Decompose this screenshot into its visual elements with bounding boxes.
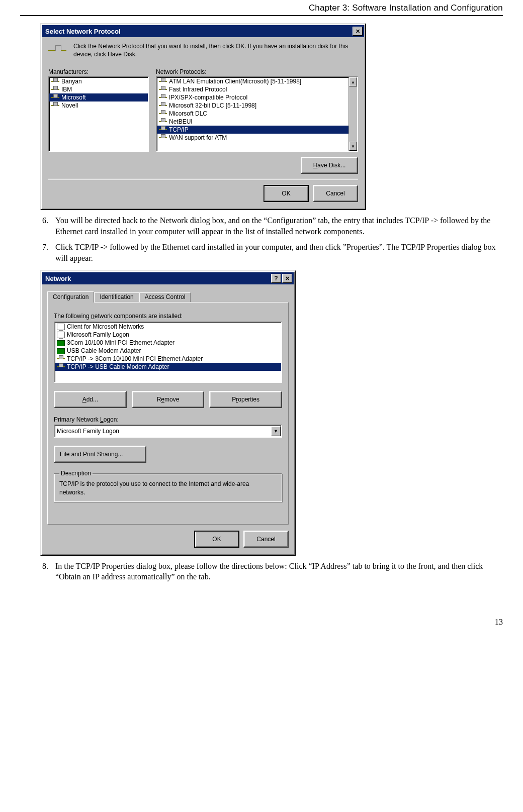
close-icon[interactable]: ✕ xyxy=(353,27,363,36)
network-dialog: Network ? ✕ Configuration Identification… xyxy=(40,270,296,555)
list-item-label: Client for Microsoft Networks xyxy=(67,323,144,330)
list-item-label: TCP/IP -> 3Com 10/100 Mini PCI Ethernet … xyxy=(67,355,203,362)
list-item-label: 3Com 10/100 Mini PCI Ethernet Adapter xyxy=(67,339,175,346)
list-item[interactable]: Microsoft Family Logon xyxy=(55,331,281,339)
protocol-icon xyxy=(51,94,59,101)
close-icon[interactable]: ✕ xyxy=(282,274,292,283)
primary-logon-dropdown[interactable]: Microsoft Family Logon ▼ xyxy=(54,425,282,438)
protocol-icon xyxy=(51,102,59,109)
manufacturers-label: Manufacturers: xyxy=(48,68,149,75)
properties-button[interactable]: Properties xyxy=(209,391,282,408)
protocol-icon xyxy=(159,78,167,85)
chapter-title: Chapter 3: Software Installation and Con… xyxy=(20,0,503,16)
list-item[interactable]: NetBEUI xyxy=(157,118,348,126)
scroll-down-icon[interactable]: ▼ xyxy=(349,142,357,151)
list-item[interactable]: TCP/IP -> 3Com 10/100 Mini PCI Ethernet … xyxy=(55,355,281,363)
protocol-icon xyxy=(159,110,167,117)
list-item[interactable]: Novell xyxy=(49,102,148,110)
list-item-label: Microsoft 32-bit DLC [5-11-1998] xyxy=(169,102,256,109)
manufacturers-listbox[interactable]: BanyanIBMMicrosoftNovell xyxy=(48,76,149,152)
protocol-icon xyxy=(57,355,65,362)
have-disk-button[interactable]: Have Disk... xyxy=(301,157,358,174)
list-item[interactable]: 3Com 10/100 Mini PCI Ethernet Adapter xyxy=(55,339,281,347)
list-item[interactable]: Microsoft xyxy=(49,93,148,102)
list-item-label: NetBEUI xyxy=(169,118,193,125)
list-item-label: TCP/IP xyxy=(169,126,189,133)
protocol-icon xyxy=(159,118,167,125)
protocol-icon xyxy=(51,78,59,85)
protocol-icon xyxy=(159,94,167,101)
scrollbar[interactable]: ▲ ▼ xyxy=(348,77,357,151)
list-item[interactable]: Fast Infrared Protocol xyxy=(157,85,348,93)
dialog1-title: Select Network Protocol xyxy=(45,28,121,35)
add-button[interactable]: Add... xyxy=(54,391,127,408)
protocol-icon xyxy=(159,126,167,133)
list-item[interactable]: IPX/SPX-compatible Protocol xyxy=(157,93,348,102)
list-item[interactable]: Micorsoft DLC xyxy=(157,110,348,118)
protocol-icon xyxy=(159,102,167,109)
protocol-icon xyxy=(48,45,66,59)
tabbar: Configuration Identification Access Cont… xyxy=(47,291,289,302)
dialog2-title: Network xyxy=(45,275,71,282)
list-item-label: Banyan xyxy=(61,78,82,85)
cancel-button[interactable]: Cancel xyxy=(313,185,358,202)
scroll-up-icon[interactable]: ▲ xyxy=(349,77,357,86)
step-8: In the TCP/IP Properties dialog box, ple… xyxy=(50,561,503,582)
page-number: 13 xyxy=(20,587,503,627)
primary-logon-value: Microsoft Family Logon xyxy=(57,428,119,435)
cancel-button[interactable]: Cancel xyxy=(243,531,289,548)
ok-button[interactable]: OK xyxy=(264,185,309,202)
monitor-icon xyxy=(57,324,65,330)
list-item[interactable]: TCP/IP -> USB Cable Modem Adapter xyxy=(55,363,281,371)
protocol-icon xyxy=(159,134,167,141)
tab-identification[interactable]: Identification xyxy=(94,292,139,302)
list-item-label: Microsoft xyxy=(61,94,86,101)
monitor-icon xyxy=(57,332,65,338)
tab-panel-configuration: The following network components are ins… xyxy=(47,302,289,524)
protocol-icon xyxy=(51,86,59,93)
dialog1-instruction: Click the Network Protocol that you want… xyxy=(73,42,358,58)
list-item-label: IPX/SPX-compatible Protocol xyxy=(169,94,247,101)
protocols-listbox[interactable]: ATM LAN Emulation Client(Microsoft) [5-1… xyxy=(156,76,358,152)
list-item-label: ATM LAN Emulation Client(Microsoft) [5-1… xyxy=(169,78,301,85)
tab-access-control[interactable]: Access Control xyxy=(139,292,191,302)
ok-button[interactable]: OK xyxy=(194,531,239,548)
chevron-down-icon[interactable]: ▼ xyxy=(271,426,281,436)
list-item-label: Microsoft Family Logon xyxy=(67,331,129,338)
list-item-label: USB Cable Modem Adapter xyxy=(67,347,141,354)
description-text: TCP/IP is the protocol you use to connec… xyxy=(59,480,277,496)
protocol-icon xyxy=(57,363,65,370)
help-icon[interactable]: ? xyxy=(271,274,281,283)
description-group: Description TCP/IP is the protocol you u… xyxy=(54,470,282,501)
list-item[interactable]: IBM xyxy=(49,85,148,93)
components-label: The following network components are ins… xyxy=(54,313,282,320)
protocols-label: Network Protocols: xyxy=(156,68,358,75)
nic-icon xyxy=(57,348,65,354)
list-item-label: WAN support for ATM xyxy=(169,134,227,141)
description-legend: Description xyxy=(59,470,93,477)
list-item[interactable]: ATM LAN Emulation Client(Microsoft) [5-1… xyxy=(157,77,348,85)
step-7: Click TCP/IP -> followed by the Ethernet… xyxy=(50,242,503,263)
list-item-label: Fast Infrared Protocol xyxy=(169,86,227,93)
dialog2-titlebar[interactable]: Network ? ✕ xyxy=(42,272,294,284)
list-item[interactable]: Microsoft 32-bit DLC [5-11-1998] xyxy=(157,102,348,110)
remove-button[interactable]: Remove xyxy=(132,391,205,408)
protocol-icon xyxy=(159,86,167,93)
list-item[interactable]: Client for Microsoft Networks xyxy=(55,323,281,331)
list-item[interactable]: WAN support for ATM xyxy=(157,134,348,142)
components-listbox[interactable]: Client for Microsoft NetworksMicrosoft F… xyxy=(54,322,282,383)
step-6: You will be directed back to the Network… xyxy=(50,215,503,237)
list-item[interactable]: USB Cable Modem Adapter xyxy=(55,347,281,355)
list-item-label: Micorsoft DLC xyxy=(169,110,207,117)
list-item-label: TCP/IP -> USB Cable Modem Adapter xyxy=(67,363,169,370)
primary-logon-label: Primary Network Logon: xyxy=(54,416,282,423)
list-item-label: Novell xyxy=(61,102,78,109)
select-protocol-dialog: Select Network Protocol ✕ Click the Netw… xyxy=(40,23,366,210)
list-item[interactable]: Banyan xyxy=(49,77,148,85)
file-print-sharing-button[interactable]: File and Print Sharing... xyxy=(54,446,146,463)
nic-icon xyxy=(57,340,65,346)
dialog1-titlebar[interactable]: Select Network Protocol ✕ xyxy=(42,25,364,37)
tab-configuration[interactable]: Configuration xyxy=(47,291,94,302)
list-item[interactable]: TCP/IP xyxy=(157,126,348,134)
list-item-label: IBM xyxy=(61,86,72,93)
